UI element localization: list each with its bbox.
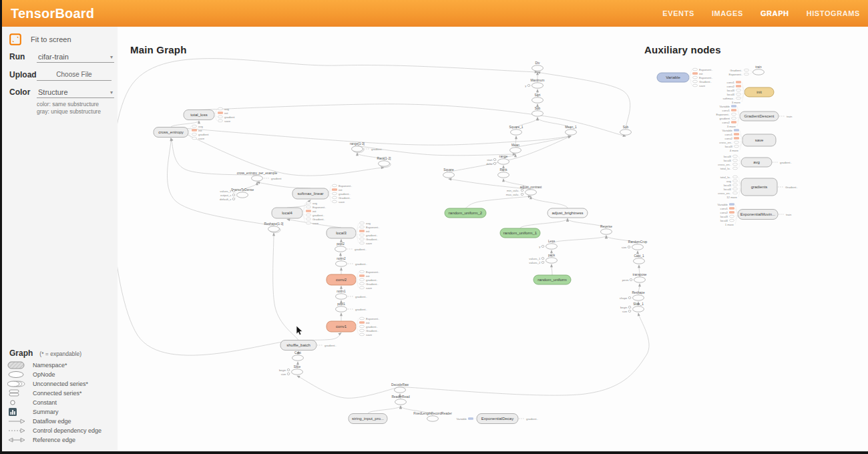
- svg-text:init: init: [312, 210, 316, 213]
- node-trainEllipse[interactable]: trainGradient..Exponent..: [728, 65, 764, 76]
- node-transpose[interactable]: transposeperm: [622, 273, 647, 283]
- node-random_uniform_2[interactable]: random_uniform_2: [445, 208, 486, 218]
- node-Sub_1[interactable]: Sub: [620, 126, 632, 136]
- node-GradientDescent[interactable]: GradientDescentVariableconv1Exponent..gr…: [716, 105, 793, 128]
- svg-text:Exponent..: Exponent..: [728, 73, 742, 76]
- node-RandomCrop[interactable]: RandomCropsize: [622, 240, 648, 250]
- node-Div[interactable]: Div: [532, 61, 544, 71]
- node-random_uniform_1[interactable]: random_uniform_1: [500, 228, 540, 238]
- top-nav: EVENTSIMAGESGRAPHHISTOGRAMS: [662, 0, 860, 27]
- node-pack[interactable]: packvalues_1values_2: [529, 254, 557, 264]
- node-Slice[interactable]: Slicebeginsize: [279, 365, 303, 376]
- legend-item: Control dependency edge: [7, 426, 118, 435]
- node-norm2[interactable]: norm2gradient..: [336, 257, 367, 267]
- color-select[interactable]: Structure ▾: [37, 86, 114, 98]
- fit-to-screen-icon[interactable]: [9, 33, 21, 45]
- svg-text:pack: pack: [548, 254, 556, 257]
- svg-text:init: init: [756, 90, 762, 94]
- node-SparseToDense[interactable]: SparseToDensevalues_1output_sdefault_v: [220, 188, 254, 201]
- node-softmax_linear[interactable]: softmax_linearExponent..initgradient..Gr…: [292, 184, 353, 204]
- legend-item: Reference edge: [7, 435, 118, 445]
- node-conv1[interactable]: conv1Exponent..initgradient..Gradient..s…: [327, 317, 380, 336]
- node-Mean[interactable]: Mean: [510, 144, 521, 154]
- node-ExponentialDecay[interactable]: ExponentialDecayVariablegradient..: [457, 414, 538, 424]
- node-Slice_1[interactable]: Slice_1beginsize: [620, 302, 644, 313]
- node-pool1[interactable]: pool1gradient..: [336, 302, 367, 312]
- svg-text:ReaderRead: ReaderRead: [391, 395, 410, 399]
- svg-text:Square: Square: [443, 168, 454, 172]
- node-total_loss[interactable]: total_lossavginitgradientsave: [184, 107, 235, 123]
- svg-text:3 more: 3 more: [727, 125, 736, 128]
- node-random_uniform[interactable]: random_uniform: [533, 275, 571, 284]
- color-note-line1: color: same substructure: [37, 101, 118, 108]
- svg-text:Reshape[1-3]: Reshape[1-3]: [264, 222, 284, 226]
- nav-tab-events[interactable]: EVENTS: [662, 9, 694, 17]
- svg-text:range[1-3]: range[1-3]: [350, 142, 365, 146]
- node-adjust_brightness[interactable]: adjust_brightness: [548, 208, 588, 218]
- color-note: color: same substructure gray: unique su…: [37, 101, 118, 116]
- node-ReaderRead[interactable]: ReaderRead: [391, 395, 410, 405]
- node-conv2[interactable]: conv2Exponent..initgradient..Gradient..s…: [327, 270, 380, 290]
- node-range[interactable]: rangestartdelta: [486, 155, 509, 166]
- svg-text:avg: avg: [366, 222, 371, 225]
- node-string_input[interactable]: string_input_pro...: [349, 414, 387, 424]
- svg-text:Maximum: Maximum: [531, 79, 545, 82]
- node-DecodeRaw[interactable]: DecodeRaw: [391, 383, 409, 393]
- nav-tab-histograms[interactable]: HISTOGRAMS: [807, 9, 860, 17]
- node-Rank12[interactable]: Rank[1-2]: [377, 157, 391, 168]
- svg-text:range: range: [499, 155, 508, 158]
- node-init[interactable]: initconv1conv2local3local4softmax..3 mor…: [723, 81, 774, 104]
- node-Cast[interactable]: Cast: [292, 351, 304, 361]
- svg-text:Exponent..: Exponent..: [699, 68, 713, 71]
- node-norm1[interactable]: norm1gradient..: [336, 290, 367, 300]
- node-Variable[interactable]: VariableExponent..initExponent..Gradient…: [657, 68, 713, 87]
- node-Mean_1[interactable]: Mean_1: [565, 126, 577, 136]
- choose-file-button[interactable]: Choose File: [37, 68, 112, 81]
- nav-tab-images[interactable]: IMAGES: [712, 9, 743, 17]
- svg-text:Variable: Variable: [720, 105, 730, 108]
- svg-text:Mean_1: Mean_1: [565, 126, 577, 129]
- node-ExponentialMovin[interactable]: ExponentialMovin...Variableconv1conv2loc…: [718, 203, 792, 226]
- node-Reshape[interactable]: Reshapeshape: [620, 291, 645, 301]
- node-Reshape13[interactable]: Reshape[1-3]: [264, 222, 284, 233]
- node-save[interactable]: saveVariableconv1conv2cross_en..local34 …: [719, 129, 776, 152]
- node-Sqrt[interactable]: Sqrt: [532, 93, 544, 103]
- graph-canvas[interactable]: total_lossavginitgradientsavecross_entro…: [118, 27, 868, 451]
- fit-to-screen-button[interactable]: Fit to screen: [9, 33, 118, 45]
- node-Sub[interactable]: Sub: [532, 107, 544, 117]
- node-Square[interactable]: Square: [443, 168, 455, 178]
- svg-text:init: init: [366, 274, 370, 278]
- node-Cast_1[interactable]: Cast_1: [634, 254, 645, 264]
- svg-text:Variable: Variable: [666, 75, 680, 79]
- node-gradients[interactable]: gradientstotal_lo..avglocal3local4cross_…: [718, 176, 798, 199]
- node-cross_entropy_pe[interactable]: cross_entropy_per_examplegradient: [237, 172, 282, 182]
- svg-text:gradient: gradient: [719, 117, 730, 120]
- chevron-down-icon: ▾: [110, 54, 113, 60]
- svg-text:local4: local4: [727, 93, 735, 96]
- app-header: TensorBoard EVENTSIMAGESGRAPHHISTOGRAMS: [0, 0, 868, 27]
- svg-text:local3: local3: [724, 184, 732, 187]
- node-FixedLengthRecordReader[interactable]: FixedLengthRecordReader: [413, 412, 452, 422]
- svg-text:12 more: 12 more: [726, 196, 737, 199]
- nav-tab-graph[interactable]: GRAPH: [761, 9, 789, 17]
- node-shuffle_batch[interactable]: shuffle_batchgradient..: [280, 340, 337, 351]
- svg-text:softmax..: softmax..: [723, 97, 734, 100]
- svg-text:total_lo..: total_lo..: [720, 167, 731, 170]
- node-Maximum[interactable]: Maximumy: [525, 79, 544, 89]
- svg-text:norm2: norm2: [337, 257, 346, 260]
- node-Less[interactable]: Lessy: [539, 240, 557, 250]
- node-Rank[interactable]: Rank: [498, 168, 509, 178]
- node-adjust_contrast[interactable]: adjust_contrastmin_valu..max_valu..: [506, 186, 542, 196]
- node-Square_1[interactable]: Square_1: [509, 126, 523, 136]
- svg-text:output_s: output_s: [220, 194, 232, 197]
- svg-text:init: init: [198, 129, 202, 132]
- node-Reverse[interactable]: Reverse: [600, 225, 612, 235]
- node-cross_entropy[interactable]: cross_entropyavginitgradientsave: [154, 125, 209, 140]
- node-local3[interactable]: local3avgExponent..initgradient..Gradien…: [327, 222, 380, 245]
- svg-text:softmax_linear: softmax_linear: [297, 192, 323, 196]
- svg-text:4 more: 4 more: [730, 149, 739, 152]
- svg-text:conv1: conv1: [720, 207, 728, 210]
- run-select[interactable]: cifar-train ▾: [37, 51, 114, 63]
- node-avg[interactable]: avglocal3local4cross_en..total_lo..gradi…: [718, 155, 792, 170]
- svg-text:size: size: [281, 373, 286, 376]
